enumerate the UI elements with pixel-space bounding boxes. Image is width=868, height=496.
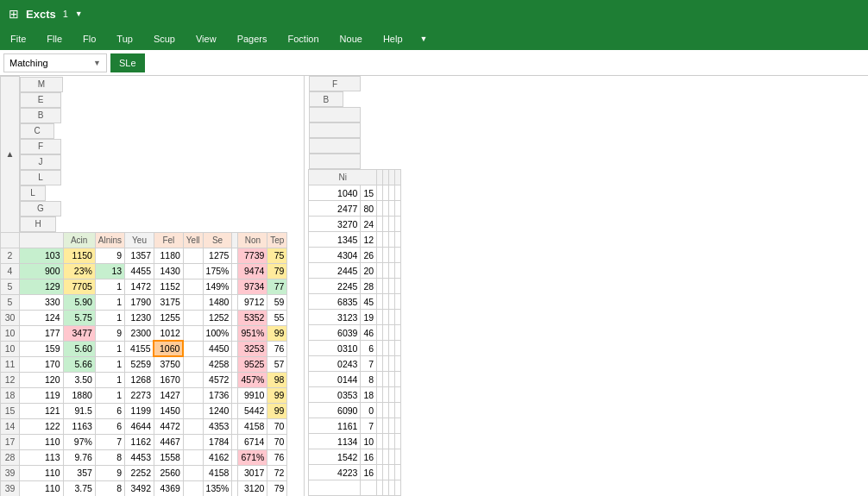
right-f-8[interactable]: 3123	[309, 310, 361, 325]
cell-13-9[interactable]: 76	[267, 449, 287, 465]
right-f-1[interactable]: 2477	[309, 201, 361, 217]
cell-4-1[interactable]: 5.75	[63, 310, 95, 325]
col-h[interactable]: H	[20, 217, 56, 232]
col-l2[interactable]: L	[20, 185, 46, 201]
cell-13-5[interactable]	[183, 449, 203, 465]
right-b-18[interactable]: 16	[361, 465, 377, 480]
cell-3-5[interactable]	[183, 294, 203, 310]
cell-10-2[interactable]: 6	[95, 403, 124, 418]
cell-3-2[interactable]: 1	[95, 294, 124, 310]
cell-0-7[interactable]	[232, 248, 238, 263]
cell-2-2[interactable]: 1	[95, 279, 124, 294]
cell-10-3[interactable]: 1199	[125, 403, 154, 418]
right-b-12[interactable]: 8	[361, 372, 377, 387]
cell-2-6[interactable]: 149%	[203, 279, 232, 294]
cell-4-7[interactable]	[232, 310, 238, 325]
cell-7-5[interactable]	[183, 356, 203, 372]
cell-3-7[interactable]	[232, 294, 238, 310]
cell-9-1[interactable]: 1880	[63, 387, 95, 403]
cell-15-9[interactable]: 79	[267, 480, 287, 496]
cell-13-0[interactable]: 113	[20, 449, 64, 465]
cell-1-1[interactable]: 23%	[63, 263, 95, 279]
cell-0-1[interactable]: 1150	[63, 248, 95, 263]
cell-9-2[interactable]: 1	[95, 387, 124, 403]
cell-1-3[interactable]: 4455	[125, 263, 154, 279]
cell-7-7[interactable]	[232, 356, 238, 372]
name-box[interactable]: Matching ▼	[3, 53, 107, 72]
cell-8-9[interactable]: 98	[267, 372, 287, 387]
cell-13-7[interactable]	[232, 449, 238, 465]
cell-8-5[interactable]	[183, 372, 203, 387]
right-f-18[interactable]: 4223	[309, 465, 361, 480]
cell-5-1[interactable]: 3477	[63, 325, 95, 341]
right-b-8[interactable]: 19	[361, 310, 377, 325]
cell-5-6[interactable]: 100%	[203, 325, 232, 341]
cell-5-2[interactable]: 9	[95, 325, 124, 341]
right-f-10[interactable]: 0310	[309, 341, 361, 356]
cell-5-3[interactable]: 2300	[125, 325, 154, 341]
cell-1-4[interactable]: 1430	[154, 263, 183, 279]
right-b-9[interactable]: 46	[361, 325, 377, 341]
right-b-10[interactable]: 6	[361, 341, 377, 356]
right-b-16[interactable]: 10	[361, 434, 377, 449]
cell-15-3[interactable]: 3492	[125, 480, 154, 496]
col-c[interactable]: C	[20, 123, 54, 139]
cell-8-2[interactable]: 1	[95, 372, 124, 387]
cell-4-3[interactable]: 1230	[125, 310, 154, 325]
cell-10-6[interactable]: 1240	[203, 403, 232, 418]
cell-12-0[interactable]: 110	[20, 434, 64, 449]
col-b[interactable]: B	[20, 108, 61, 123]
right-f-3[interactable]: 1345	[309, 232, 361, 248]
cell-11-8[interactable]: 4158	[238, 418, 267, 434]
cell-8-1[interactable]: 3.50	[63, 372, 95, 387]
right-f-0[interactable]: 1040	[309, 185, 361, 201]
cell-0-2[interactable]: 9	[95, 248, 124, 263]
cell-12-7[interactable]	[232, 434, 238, 449]
cell-14-6[interactable]: 4158	[203, 465, 232, 480]
cell-13-2[interactable]: 8	[95, 449, 124, 465]
cell-8-6[interactable]: 4572	[203, 372, 232, 387]
cell-3-1[interactable]: 5.90	[63, 294, 95, 310]
cell-2-1[interactable]: 7705	[63, 279, 95, 294]
cell-15-6[interactable]: 135%	[203, 480, 232, 496]
cell-4-0[interactable]: 124	[20, 310, 64, 325]
cell-10-7[interactable]	[232, 403, 238, 418]
cell-5-5[interactable]	[183, 325, 203, 341]
cell-8-0[interactable]: 120	[20, 372, 64, 387]
cell-12-8[interactable]: 6714	[238, 434, 267, 449]
cell-15-0[interactable]: 110	[20, 480, 64, 496]
right-f-5[interactable]: 2445	[309, 263, 361, 279]
cell-7-6[interactable]: 4258	[203, 356, 232, 372]
cell-9-6[interactable]: 1736	[203, 387, 232, 403]
cell-12-9[interactable]: 70	[267, 434, 287, 449]
cell-6-4[interactable]: 1060	[154, 341, 183, 356]
cell-8-3[interactable]: 1268	[125, 372, 154, 387]
menu-noue[interactable]: Noue	[337, 32, 366, 46]
right-f-6[interactable]: 2245	[309, 279, 361, 294]
right-f-13[interactable]: 0353	[309, 387, 361, 403]
cell-7-0[interactable]: 170	[20, 356, 64, 372]
cell-2-8[interactable]: 9734	[238, 279, 267, 294]
cell-9-9[interactable]: 99	[267, 387, 287, 403]
right-b-13[interactable]: 18	[361, 387, 377, 403]
cell-14-2[interactable]: 9	[95, 465, 124, 480]
right-b-3[interactable]: 12	[361, 232, 377, 248]
cell-5-9[interactable]: 99	[267, 325, 287, 341]
right-f-9[interactable]: 6039	[309, 325, 361, 341]
cell-1-8[interactable]: 9474	[238, 263, 267, 279]
cell-15-5[interactable]	[183, 480, 203, 496]
menu-view[interactable]: View	[192, 32, 220, 46]
menu-pagers[interactable]: Pagers	[234, 32, 271, 46]
menu-tup[interactable]: Tup	[113, 32, 136, 46]
cell-1-0[interactable]: 900	[20, 263, 64, 279]
cell-2-7[interactable]	[232, 279, 238, 294]
cell-10-5[interactable]	[183, 403, 203, 418]
cell-4-2[interactable]: 1	[95, 310, 124, 325]
right-f-17[interactable]: 1542	[309, 449, 361, 465]
cell-8-4[interactable]: 1670	[154, 372, 183, 387]
cell-12-3[interactable]: 1162	[125, 434, 154, 449]
cell-6-1[interactable]: 5.60	[63, 341, 95, 356]
search-button[interactable]: SLe	[110, 53, 145, 72]
cell-9-5[interactable]	[183, 387, 203, 403]
col-e[interactable]: E	[20, 92, 61, 108]
